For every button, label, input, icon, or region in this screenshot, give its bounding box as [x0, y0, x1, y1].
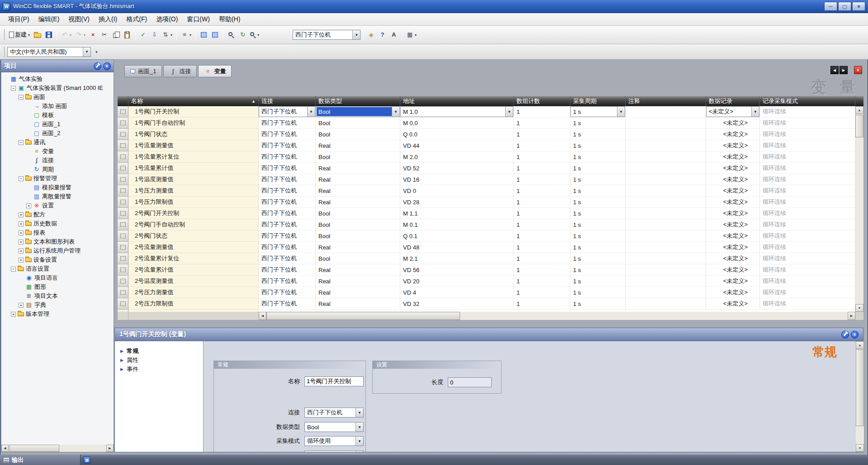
- row-selector[interactable]: [118, 151, 128, 163]
- column-header-address[interactable]: 地址: [400, 96, 514, 106]
- cell-address[interactable]: M 1.0▼: [400, 106, 514, 117]
- tree-item-device[interactable]: −▣气体实验装置 (Smart 1000 IE: [1, 84, 114, 93]
- cell-connection[interactable]: 西门子下位机: [259, 140, 316, 151]
- cell-count[interactable]: 1: [514, 140, 570, 151]
- row-selector[interactable]: [118, 253, 128, 264]
- cell-count[interactable]: 1: [514, 129, 570, 140]
- cut-button[interactable]: ✂: [99, 29, 110, 41]
- replace-button[interactable]: ↻: [237, 29, 248, 41]
- cell-count[interactable]: 1: [514, 276, 570, 287]
- cell-name[interactable]: 1号阀门状态: [128, 129, 259, 140]
- cell-connection[interactable]: 西门子下位机▼: [259, 106, 316, 117]
- row-selector[interactable]: [118, 163, 128, 174]
- expand-icon[interactable]: +: [19, 212, 24, 217]
- cell-name[interactable]: 1号流量测量值: [128, 140, 259, 151]
- tree-item-gas-experiment[interactable]: ▦气体实验: [1, 75, 114, 84]
- collapse-icon[interactable]: −: [11, 86, 16, 91]
- cell-comment[interactable]: [626, 106, 706, 117]
- acquisition-mode-select[interactable]: 循环使用▼: [304, 436, 364, 446]
- row-selector[interactable]: [118, 106, 128, 117]
- cell-record[interactable]: <未定义>: [706, 185, 760, 197]
- menu-item-options[interactable]: 选项(O): [152, 14, 182, 25]
- cell-record[interactable]: <未定义>: [706, 140, 760, 151]
- cell-comment[interactable]: [626, 208, 706, 219]
- expand-icon[interactable]: +: [19, 249, 24, 254]
- cell-address[interactable]: M 2.1: [400, 253, 514, 264]
- cell-count[interactable]: 1: [514, 264, 570, 276]
- table-row[interactable]: 1号温度测量值西门子下位机RealVD 1611 s<未定义>循环连续: [118, 174, 855, 185]
- cell-combo[interactable]: 西门子下位机▼: [259, 106, 315, 117]
- tree-item-dictionaries[interactable]: +▤字典: [1, 301, 114, 310]
- cell-count[interactable]: 1: [514, 117, 570, 129]
- cell-datatype[interactable]: Real: [316, 140, 400, 151]
- cell-cycle[interactable]: 1 s: [570, 117, 626, 129]
- cell-cycle[interactable]: 1 s: [570, 276, 626, 287]
- cell-datatype[interactable]: Real: [316, 298, 400, 310]
- cell-count[interactable]: 1: [514, 151, 570, 163]
- cell-mode[interactable]: 循环连续: [760, 264, 855, 276]
- prop-nav-events[interactable]: ▶事件: [115, 365, 203, 374]
- chevron-down-icon[interactable]: ▼: [392, 107, 399, 117]
- cell-count[interactable]: 1: [514, 106, 570, 117]
- row-selector[interactable]: [118, 140, 128, 151]
- cell-datatype[interactable]: Bool: [316, 129, 400, 140]
- row-selector[interactable]: [118, 174, 128, 185]
- undo-button[interactable]: ↶▾: [59, 29, 73, 41]
- scroll-down-icon[interactable]: ▼: [856, 444, 864, 452]
- cell-datatype[interactable]: Bool: [316, 117, 400, 129]
- cell-datatype[interactable]: Real: [316, 242, 400, 253]
- cell-cycle[interactable]: 1 s: [570, 287, 626, 298]
- table-row[interactable]: 2号阀门开关控制西门子下位机BoolM 1.111 s<未定义>循环连续: [118, 208, 855, 219]
- scroll-thumb[interactable]: [856, 349, 864, 426]
- cell-mode[interactable]: 循环连续: [760, 185, 855, 197]
- open-button[interactable]: [32, 29, 43, 41]
- tab-tags[interactable]: ≡变量: [198, 65, 232, 77]
- chevron-down-icon[interactable]: ▼: [356, 451, 363, 452]
- close-button[interactable]: ×: [852, 2, 865, 11]
- cell-cycle[interactable]: 1 s: [570, 151, 626, 163]
- cell-address[interactable]: VD 52: [400, 163, 514, 174]
- cell-mode[interactable]: 循环连续: [760, 219, 855, 230]
- cell-cycle[interactable]: 1 s: [570, 185, 626, 197]
- cell-mode[interactable]: 循环连续: [760, 208, 855, 219]
- find-button[interactable]: [226, 29, 237, 41]
- cell-count[interactable]: 1: [514, 298, 570, 310]
- new-button[interactable]: 新建▾: [7, 29, 32, 41]
- chevron-down-icon[interactable]: ▼: [307, 107, 315, 117]
- tree-item-language-settings[interactable]: −语言设置: [1, 264, 114, 273]
- column-header-cycle[interactable]: 采集周期: [570, 96, 626, 106]
- cell-comment[interactable]: [626, 253, 706, 264]
- row-selector[interactable]: [118, 264, 128, 276]
- row-selector[interactable]: [118, 117, 128, 129]
- paste-button[interactable]: [121, 29, 133, 41]
- tag-label-button[interactable]: ◈: [365, 29, 377, 41]
- cell-mode[interactable]: 循环连续: [760, 298, 855, 310]
- cell-datatype[interactable]: Bool: [316, 219, 400, 230]
- pin-icon[interactable]: [94, 62, 101, 70]
- cell-datatype[interactable]: Real: [316, 174, 400, 185]
- cell-address[interactable]: VD 44: [400, 140, 514, 151]
- cell-comment[interactable]: [626, 219, 706, 230]
- datatype-select[interactable]: Bool▼: [304, 422, 364, 432]
- menu-item-insert[interactable]: 插入(I): [94, 14, 122, 25]
- column-header-connection[interactable]: 连接: [259, 96, 316, 106]
- cell-datatype[interactable]: Bool: [316, 253, 400, 264]
- cell-datatype[interactable]: Bool▼: [316, 106, 400, 117]
- cell-connection[interactable]: 西门子下位机: [259, 276, 316, 287]
- cell-mode[interactable]: 循环连续: [760, 242, 855, 253]
- toolbar-overflow-icon[interactable]: ▾: [95, 50, 98, 54]
- tree-item-communication[interactable]: −通讯: [1, 138, 114, 147]
- context-help-button[interactable]: ?: [377, 29, 388, 41]
- cell-record[interactable]: <未定义>: [706, 242, 760, 253]
- cell-datatype[interactable]: Bool: [316, 151, 400, 163]
- cell-comment[interactable]: [626, 242, 706, 253]
- scroll-right-icon[interactable]: ▶: [106, 445, 114, 452]
- cell-cycle[interactable]: 1 s: [570, 264, 626, 276]
- cell-name[interactable]: 2号流量测量值: [128, 242, 259, 253]
- table-row[interactable]: 1号压力限制值西门子下位机RealVD 2811 s<未定义>循环连续: [118, 197, 855, 208]
- copy-button[interactable]: [110, 29, 121, 41]
- cell-name[interactable]: 1号压力测量值: [128, 185, 259, 197]
- cell-record[interactable]: <未定义>: [706, 117, 760, 129]
- tree-item-analog-alarms[interactable]: ▤模拟量报警: [1, 183, 114, 192]
- cell-connection[interactable]: 西门子下位机: [259, 230, 316, 242]
